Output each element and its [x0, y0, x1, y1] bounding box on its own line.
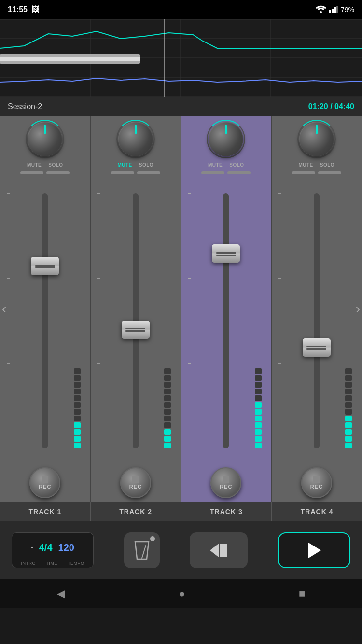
metronome-button[interactable]	[124, 532, 160, 568]
wifi-icon	[316, 5, 326, 14]
tempo-box[interactable]: - 4/4 120 INTRO TIME TEMPO	[12, 532, 94, 568]
track3-vu-meter	[255, 193, 262, 448]
track3-label[interactable]: TRACK 3	[181, 502, 272, 521]
metro-dot	[150, 536, 155, 541]
vu1-segment-5	[74, 409, 81, 415]
track2-volume-knob[interactable]	[118, 122, 153, 156]
track4-mute-button[interactable]: MUTE	[296, 161, 315, 168]
nav-bar: ◀ ● ■	[0, 579, 362, 608]
waveform-area[interactable]	[0, 19, 362, 97]
track4-ticks	[278, 193, 281, 448]
track1-rec-button[interactable]: REC	[29, 467, 60, 498]
track1-ticks	[7, 193, 10, 448]
home-button[interactable]: ●	[164, 583, 199, 605]
vu2-segment-2	[164, 429, 171, 435]
nav-right-arrow[interactable]: ›	[356, 301, 360, 317]
track1-rec-label: REC	[39, 484, 51, 490]
vu4-segment-8	[345, 389, 352, 394]
track4-rec-area: REC	[301, 467, 332, 498]
track3-toggle-bars	[184, 171, 268, 174]
track4-mute-bar[interactable]	[292, 171, 315, 174]
track3-rec-area: REC	[210, 467, 241, 498]
track4-solo-button[interactable]: SOLO	[318, 161, 336, 168]
track4-mute-solo: MUTE SOLO	[275, 161, 359, 168]
track2-mute-button[interactable]: MUTE	[115, 161, 134, 168]
track3-mute-button[interactable]: MUTE	[206, 161, 224, 168]
vu4-segment-7	[345, 395, 352, 401]
track1-mute-button[interactable]: MUTE	[25, 161, 43, 168]
session-bar: Session-2 01:20 / 04:40	[0, 97, 362, 116]
track4-rec-button[interactable]: REC	[301, 467, 332, 498]
vu4-segment-1	[345, 436, 352, 442]
vu3-segment-2	[255, 429, 262, 435]
track4-rec-label: REC	[310, 484, 323, 490]
track1-volume-knob[interactable]	[28, 122, 62, 156]
track4-solo-bar[interactable]	[318, 171, 341, 174]
track3-mute-bar[interactable]	[201, 171, 224, 174]
play-button[interactable]	[278, 532, 350, 568]
track3-fader-rail	[223, 193, 229, 448]
track3-fader-inner	[184, 179, 268, 462]
track3-fader-section	[184, 179, 268, 462]
track3-solo-button[interactable]: SOLO	[227, 161, 246, 168]
track2-solo-bar[interactable]	[137, 171, 160, 174]
track2-rec-button[interactable]: REC	[120, 467, 151, 498]
vu3-segment-0	[255, 443, 262, 448]
track2-ticks	[97, 193, 100, 448]
track3-mute-solo: MUTE SOLO	[184, 161, 268, 168]
vu4-segment-3	[345, 422, 352, 428]
track2-label[interactable]: TRACK 2	[91, 502, 181, 521]
transport-bar: - 4/4 120 INTRO TIME TEMPO	[0, 521, 362, 579]
track2-mute-bar[interactable]	[111, 171, 134, 174]
vu1-segment-7	[74, 395, 81, 401]
track1-knob-container	[28, 122, 62, 156]
vu2-segment-10	[164, 375, 171, 381]
track4-volume-knob[interactable]	[299, 122, 334, 156]
track3-fader-handle[interactable]	[212, 244, 240, 263]
track1-solo-bar[interactable]	[46, 171, 70, 174]
rewind-icon	[209, 542, 228, 559]
svg-point-0	[320, 11, 322, 13]
track1-mute-bar[interactable]	[20, 171, 43, 174]
track4-fader-handle[interactable]	[303, 338, 331, 357]
svg-marker-18	[210, 544, 219, 557]
mixer-area: ‹ MUTE SOLO	[0, 116, 362, 502]
track2-rec-icon	[132, 476, 139, 483]
waveform-svg	[0, 19, 362, 97]
signal-icon	[329, 5, 338, 14]
vu1-segment-8	[74, 389, 81, 394]
tempo-labels: INTRO TIME TEMPO	[12, 560, 93, 568]
rewind-button[interactable]	[190, 532, 248, 568]
vu2-segment-9	[164, 382, 171, 388]
vu3-segment-5	[255, 409, 262, 415]
tempo-label: TEMPO	[68, 561, 84, 566]
vu2-segment-7	[164, 395, 171, 401]
track3-rec-button[interactable]: REC	[210, 467, 241, 498]
track1-label[interactable]: TRACK 1	[0, 502, 91, 521]
track3-volume-knob[interactable]	[209, 122, 243, 156]
track2-fader-handle[interactable]	[122, 321, 150, 339]
tempo-values: - 4/4 120	[12, 533, 93, 560]
nav-left-arrow[interactable]: ‹	[2, 301, 6, 317]
track1-solo-button[interactable]: SOLO	[46, 161, 65, 168]
vu1-segment-3	[74, 422, 81, 428]
time-signature: 4/4	[39, 542, 53, 553]
vu1-segment-9	[74, 382, 81, 388]
track3-solo-bar[interactable]	[227, 171, 251, 174]
svg-rect-14	[0, 57, 140, 61]
vu3-segment-3	[255, 422, 262, 428]
track4-fader-section	[275, 179, 359, 462]
track4-fader-inner	[275, 179, 359, 462]
track1-rec-area: REC	[29, 467, 60, 498]
track1-fader-handle[interactable]	[31, 257, 59, 275]
vu3-segment-9	[255, 382, 262, 388]
track-channel-4: MUTE SOLO	[272, 116, 362, 502]
track4-label[interactable]: TRACK 4	[272, 502, 362, 521]
track4-knob-container	[299, 122, 334, 156]
back-button[interactable]: ◀	[42, 583, 80, 605]
track2-solo-button[interactable]: SOLO	[137, 161, 155, 168]
recent-button[interactable]: ■	[284, 583, 320, 605]
vu3-segment-6	[255, 402, 262, 408]
track1-fader-inner	[3, 179, 87, 462]
vu2-segment-0	[164, 443, 171, 448]
